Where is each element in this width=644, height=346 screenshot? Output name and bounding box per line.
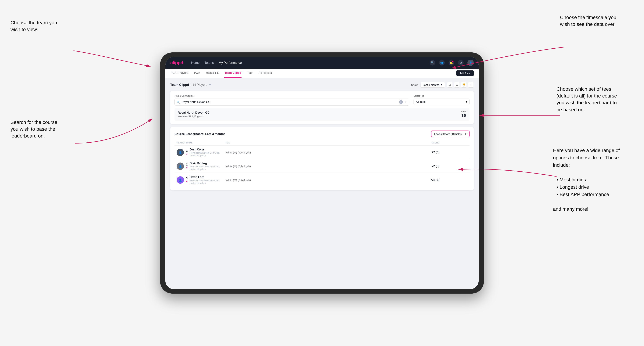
course-location: Westward Ho!, England bbox=[178, 115, 210, 118]
search-icon[interactable]: 🔍 bbox=[430, 60, 435, 65]
nav-myperformance[interactable]: My Performance bbox=[219, 61, 242, 65]
table-row[interactable]: 👤 1 ♥ Josh Coles Royal North Devon Golf … bbox=[174, 146, 470, 159]
player-cell-2: 👤 1 ♥ Blair McHarg Royal North Devon Gol… bbox=[176, 162, 226, 171]
show-label: Show: bbox=[411, 83, 418, 86]
player-cell-1: 👤 1 ♥ Josh Coles Royal North Devon Golf … bbox=[176, 148, 226, 157]
subnav-tour[interactable]: Tour bbox=[247, 69, 253, 78]
subnav-pgat[interactable]: PGAT Players bbox=[170, 69, 188, 78]
app-logo: clippd bbox=[170, 60, 183, 65]
ipad-screen: clippd Home Teams My Performance 🔍 👥 🔔 ⚙… bbox=[166, 57, 478, 289]
sub-navbar: PGAT Players PGA Hcaps 1-5 Team Clippd T… bbox=[166, 69, 478, 78]
team-count: | 14 Players bbox=[191, 83, 208, 87]
search-group: Find a Golf Course 🔍 × ☆ bbox=[174, 95, 409, 106]
leaderboard-table: PLAYER NAME TEE SCORE 👤 1 ♥ bbox=[174, 140, 470, 187]
leaderboard-section: Course Leaderboard, Last 3 months Lowest… bbox=[170, 127, 474, 190]
dropdown-chevron-icon: ▾ bbox=[441, 83, 442, 86]
course-holes: Holes 18 bbox=[461, 110, 466, 118]
edit-icon[interactable]: ✏ bbox=[209, 83, 211, 86]
nav-home[interactable]: Home bbox=[191, 61, 200, 65]
subnav-hcaps[interactable]: Hcaps 1-5 bbox=[206, 69, 219, 78]
show-dropdown[interactable]: Last 3 months ▾ bbox=[420, 82, 445, 88]
annotation-bottomleft: Search for the course you wish to base t… bbox=[10, 119, 74, 140]
subnav-allplayers[interactable]: All Players bbox=[258, 69, 272, 78]
search-input[interactable] bbox=[182, 100, 398, 104]
team-controls: Show: Last 3 months ▾ ⊞ ☰ 🏆 ⬇ bbox=[411, 82, 474, 88]
grid-view-button[interactable]: ⊞ bbox=[447, 82, 453, 88]
table-header: PLAYER NAME TEE SCORE bbox=[174, 140, 470, 146]
player-details-3: David Ford Royal North Devon Golf Club, … bbox=[190, 176, 226, 184]
star-icon[interactable]: ☆ bbox=[404, 100, 407, 104]
content-area: Team Clippd | 14 Players ✏ Show: Last 3 … bbox=[166, 78, 478, 289]
settings-icon[interactable]: ⚙ bbox=[458, 60, 464, 65]
team-header: Team Clippd | 14 Players ✏ Show: Last 3 … bbox=[170, 82, 474, 88]
bell-icon[interactable]: 🔔 bbox=[448, 60, 454, 65]
search-label: Find a Golf Course bbox=[174, 95, 409, 97]
rank-heart-3: 3 ♥ bbox=[186, 177, 188, 183]
course-result: Royal North Devon GC Westward Ho!, Engla… bbox=[174, 108, 470, 121]
search-icon: 🔍 bbox=[177, 100, 180, 104]
filter-label: Lowest Score (18 holes) bbox=[434, 133, 462, 135]
annotation-topright: Choose the timescale you wish to see the… bbox=[560, 14, 634, 28]
view-icons: ⊞ ☰ 🏆 ⬇ bbox=[447, 82, 474, 88]
search-tee-section: Find a Golf Course 🔍 × ☆ Select Tee All … bbox=[170, 91, 474, 124]
tee-cell-1: White (M) (6,744 yds) bbox=[226, 151, 394, 154]
download-icon[interactable]: ⬇ bbox=[468, 82, 474, 88]
score-cell-2: 72 (E) bbox=[394, 165, 440, 168]
rank-heart-2: 1 ♥ bbox=[186, 163, 188, 169]
app-navbar: clippd Home Teams My Performance 🔍 👥 🔔 ⚙… bbox=[166, 57, 478, 69]
filter-chevron-icon: ▾ bbox=[465, 132, 466, 136]
tee-value: All Tees bbox=[416, 100, 426, 103]
tee-chevron-icon: ▾ bbox=[466, 100, 467, 103]
annotation-topleft: Choose the team you wish to view. bbox=[10, 19, 70, 33]
score-cell-3: 73 (+1) bbox=[394, 178, 440, 181]
add-team-button[interactable]: Add Team bbox=[456, 70, 474, 76]
score-cell-1: 72 (E) bbox=[394, 151, 440, 154]
leaderboard-header: Course Leaderboard, Last 3 months Lowest… bbox=[174, 131, 470, 137]
player-avatar-3: 👤 bbox=[176, 176, 184, 184]
search-input-wrap: 🔍 × ☆ bbox=[174, 99, 409, 106]
heart-icon-2: ♥ bbox=[186, 167, 188, 169]
player-cell-3: 👤 3 ♥ David Ford Royal North Devon Golf … bbox=[176, 176, 226, 184]
clear-search-button[interactable]: × bbox=[399, 100, 403, 104]
rank-heart-1: 1 ♥ bbox=[186, 149, 188, 156]
tee-group: Select Tee All Tees ▾ bbox=[414, 95, 470, 106]
team-title: Team Clippd | 14 Players ✏ bbox=[170, 83, 211, 87]
tee-select-dropdown[interactable]: All Tees ▾ bbox=[414, 99, 470, 105]
search-row: Find a Golf Course 🔍 × ☆ Select Tee All … bbox=[174, 95, 470, 106]
nav-icons: 🔍 👥 🔔 ⚙ 👤 bbox=[430, 60, 474, 66]
subnav-teamclippd[interactable]: Team Clippd bbox=[224, 69, 242, 78]
table-row[interactable]: 👤 1 ♥ Blair McHarg Royal North Devon Gol… bbox=[174, 159, 470, 173]
tee-cell-2: White (M) (6,744 yds) bbox=[226, 165, 394, 168]
tee-cell-3: White (M) (6,744 yds) bbox=[226, 178, 394, 181]
annotation-bottomright: Here you have a wide range of options to… bbox=[553, 147, 634, 213]
tee-label: Select Tee bbox=[414, 95, 470, 97]
nav-teams[interactable]: Teams bbox=[204, 61, 214, 65]
col-player: PLAYER NAME bbox=[176, 142, 226, 144]
nav-links: Home Teams My Performance bbox=[191, 61, 423, 65]
list-view-button[interactable]: ☰ bbox=[454, 82, 460, 88]
subnav-pga[interactable]: PGA bbox=[194, 69, 200, 78]
col-score: SCORE bbox=[394, 142, 440, 144]
table-row[interactable]: 👤 3 ♥ David Ford Royal North Devon Golf … bbox=[174, 173, 470, 187]
player-details-2: Blair McHarg Royal North Devon Golf Club… bbox=[190, 162, 226, 171]
heart-icon-3: ♥ bbox=[186, 180, 188, 183]
player-avatar-1: 👤 bbox=[176, 149, 184, 156]
user-avatar[interactable]: 👤 bbox=[468, 60, 474, 66]
player-details-1: Josh Coles Royal North Devon Golf Club, … bbox=[190, 148, 226, 157]
people-icon[interactable]: 👥 bbox=[439, 60, 445, 65]
leaderboard-title: Course Leaderboard, Last 3 months bbox=[174, 132, 226, 136]
course-info: Royal North Devon GC Westward Ho!, Engla… bbox=[178, 111, 210, 118]
leaderboard-filter-dropdown[interactable]: Lowest Score (18 holes) ▾ bbox=[431, 131, 470, 137]
trophy-icon[interactable]: 🏆 bbox=[461, 82, 467, 88]
ipad-device: clippd Home Teams My Performance 🔍 👥 🔔 ⚙… bbox=[160, 52, 484, 294]
holes-label: Holes bbox=[461, 110, 466, 113]
annotation-middleright: Choose which set of tees (default is all… bbox=[556, 86, 634, 113]
heart-icon-1: ♥ bbox=[186, 153, 188, 156]
player-avatar-2: 👤 bbox=[176, 163, 184, 170]
course-name: Royal North Devon GC bbox=[178, 111, 210, 114]
col-tee: TEE bbox=[226, 142, 394, 144]
holes-number: 18 bbox=[461, 113, 466, 118]
